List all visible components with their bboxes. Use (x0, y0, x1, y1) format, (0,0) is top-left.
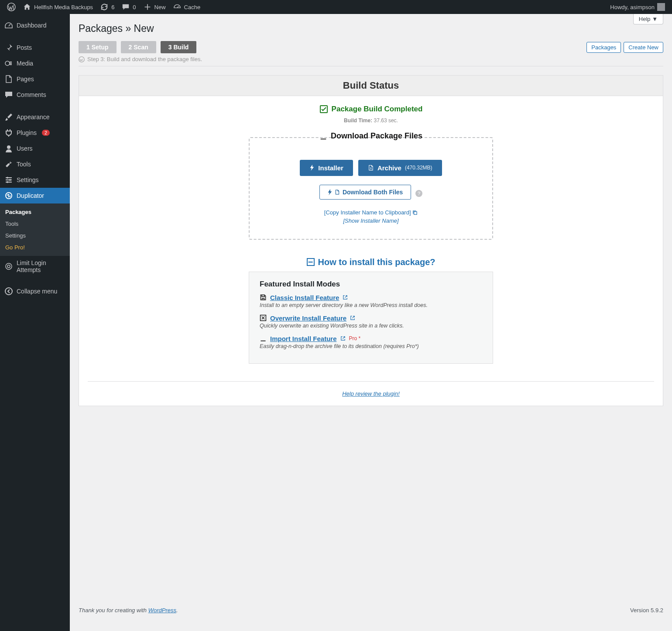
updates-link[interactable]: 6 (96, 0, 118, 14)
bolt-icon (309, 165, 315, 171)
menu-users[interactable]: Users (0, 141, 70, 156)
download-box: Installer Archive (470.32MB) Download B (249, 137, 493, 240)
overwrite-icon (260, 314, 267, 321)
media-icon (4, 59, 13, 68)
svg-point-5 (7, 181, 8, 183)
featured-heading: Featured Install Modes (260, 280, 482, 289)
new-link[interactable]: New (140, 0, 169, 14)
svg-point-7 (6, 263, 12, 269)
submenu-gopro[interactable]: Go Pro! (0, 241, 70, 253)
comments-count: 0 (133, 4, 136, 10)
cache-label: Cache (184, 4, 201, 10)
packages-button[interactable]: Packages (586, 42, 621, 53)
home-icon (23, 3, 31, 11)
page-title: Packages » New (79, 14, 663, 41)
overwrite-link[interactable]: Overwrite Install Feature (270, 314, 346, 322)
site-name-link[interactable]: Hellfish Media Backups (19, 0, 96, 14)
step-setup: 1 Setup (79, 41, 117, 53)
brush-icon (4, 113, 13, 121)
menu-settings[interactable]: Settings (0, 172, 70, 188)
wordpress-link[interactable]: WordPress (148, 607, 176, 614)
duplicator-submenu: Packages Tools Settings Go Pro! (0, 203, 70, 256)
new-label: New (154, 4, 166, 10)
step-scan: 2 Scan (121, 41, 156, 53)
menu-collapse[interactable]: Collapse menu (0, 283, 70, 299)
help-tab[interactable]: Help ▼ (633, 14, 663, 24)
review-link-row: Help review the plugin! (88, 390, 654, 397)
version-label: Version 5.9.2 (630, 607, 663, 614)
menu-media[interactable]: Media (0, 55, 70, 71)
archive-icon (368, 165, 374, 171)
gauge-icon (173, 3, 182, 11)
create-new-button[interactable]: Create New (624, 42, 663, 53)
svg-point-8 (7, 265, 10, 268)
installer-button[interactable]: Installer (300, 160, 353, 176)
menu-comments[interactable]: Comments (0, 87, 70, 103)
menu-posts[interactable]: Posts (0, 40, 70, 55)
completed-status: Package Build Completed (319, 105, 423, 114)
howdy-label: Howdy, asimpson (610, 4, 655, 10)
svg-point-3 (7, 177, 8, 179)
wrench-icon (4, 160, 13, 169)
footer: Thank you for creating with WordPress. V… (79, 590, 663, 614)
page-icon (4, 75, 13, 83)
install-modes-box: Featured Install Modes Classic Install F… (249, 272, 493, 364)
comments-link[interactable]: 0 (118, 0, 139, 14)
svg-point-2 (7, 145, 10, 149)
svg-point-4 (9, 179, 11, 181)
menu-pages[interactable]: Pages (0, 71, 70, 87)
step-build: 3 Build (161, 41, 197, 53)
step-description: Step 3: Build and download the package f… (79, 56, 663, 62)
updates-icon (100, 3, 109, 11)
review-link[interactable]: Help review the plugin! (342, 390, 400, 397)
submenu-packages[interactable]: Packages (0, 206, 70, 218)
help-icon[interactable]: ? (415, 190, 422, 197)
svg-rect-12 (414, 212, 417, 215)
archive-button[interactable]: Archive (470.32MB) (358, 160, 442, 176)
download-both-button[interactable]: Download Both Files (319, 185, 411, 200)
menu-duplicator[interactable]: Duplicator (0, 188, 70, 203)
target-icon (4, 262, 13, 271)
submenu-settings[interactable]: Settings (0, 230, 70, 241)
wp-logo[interactable] (3, 0, 19, 14)
external-icon (350, 315, 355, 321)
show-installer-link[interactable]: [Show Installer Name] (267, 217, 475, 224)
external-icon (343, 295, 348, 300)
menu-limit-login[interactable]: Limit Login Attempts (0, 256, 70, 277)
avatar-icon (657, 3, 665, 11)
admin-sidebar: Dashboard Posts Media Pages Comments App… (0, 14, 70, 631)
copy-installer-link[interactable]: [Copy Installer Name to Clipboard] (267, 209, 475, 216)
build-header: Build Status (79, 76, 663, 96)
feature-import: Import Install Feature Pro * Easily drag… (260, 335, 482, 349)
comment-icon (121, 3, 130, 11)
howto-toggle[interactable]: − How to install this package? (307, 257, 435, 267)
cache-link[interactable]: Cache (169, 0, 204, 14)
submenu-tools[interactable]: Tools (0, 218, 70, 230)
svg-point-9 (5, 288, 12, 295)
bolt-icon (328, 189, 332, 195)
svg-point-1 (5, 61, 10, 66)
minus-icon: − (307, 258, 315, 266)
menu-tools[interactable]: Tools (0, 156, 70, 172)
external-icon (340, 336, 346, 341)
classic-link[interactable]: Classic Install Feature (270, 294, 339, 301)
wizard-steps: 1 Setup 2 Scan 3 Build (79, 41, 196, 53)
feature-classic: Classic Install Feature Install to an em… (260, 294, 482, 308)
file-icon (335, 189, 340, 195)
build-time: Build Time: 37.63 sec. (88, 117, 654, 124)
import-link[interactable]: Import Install Feature (270, 335, 337, 342)
updates-count: 6 (111, 4, 114, 10)
sliders-icon (4, 176, 13, 184)
plug-icon (4, 128, 13, 137)
dashboard-icon (4, 21, 13, 30)
svg-point-10 (79, 56, 85, 62)
menu-dashboard[interactable]: Dashboard (0, 17, 70, 33)
site-name: Hellfish Media Backups (34, 4, 93, 10)
wordpress-icon (7, 3, 16, 11)
menu-appearance[interactable]: Appearance (0, 109, 70, 125)
plugins-badge: 2 (42, 130, 50, 136)
comment-icon (4, 90, 13, 99)
copy-icon (412, 210, 418, 215)
account-link[interactable]: Howdy, asimpson (607, 0, 669, 14)
menu-plugins[interactable]: Plugins 2 (0, 125, 70, 141)
